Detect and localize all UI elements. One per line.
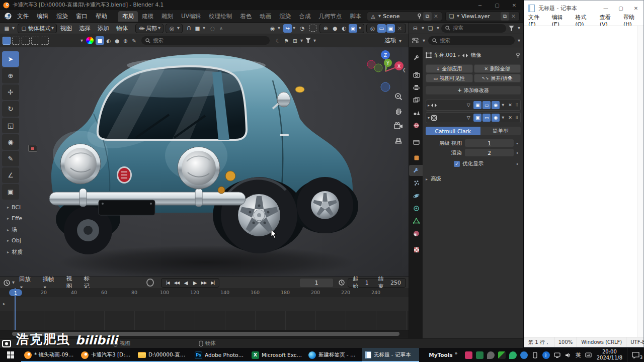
outliner-search-input[interactable]: 搜索 [441,24,506,33]
preview-brush-icon[interactable]: ✎ [130,36,138,45]
collapse-icon[interactable]: ▾ [428,116,430,120]
network-icon[interactable] [553,351,561,359]
viewport-canvas[interactable]: ➤ ⊕ ✢ ↻ ◱ ◉ ✎ ∠ ▣ ▸BCl ▸Effe ▸场 ▸Obj ▸材质 [0,47,409,277]
modifier-tab-icon[interactable] [409,165,423,176]
breadcrumb-modifier[interactable]: 镜像 [470,52,481,59]
render-tab-icon[interactable] [410,69,423,80]
texture-tab-icon[interactable] [410,244,423,255]
prev-keyframe-button[interactable]: ◀◀ [172,279,181,287]
optimal-display-label[interactable]: 优化显示 [462,160,484,167]
proportional-edit-icon[interactable]: ◌ [208,24,217,33]
color-wheel-icon[interactable] [86,37,94,44]
viewport-toggle-icon[interactable]: ▭ [482,101,491,109]
taskbar-item-edge[interactable]: 新建标签页 - 个人 ... [305,348,362,362]
viewlayer-selector[interactable]: ❏▼ ViewLayer ⧉ ✕ [445,12,520,21]
object-tab-icon[interactable] [410,152,423,163]
viewport-menu-select[interactable]: 选择 [75,25,94,32]
panel-toggle-material[interactable]: ▸材质 [7,248,23,256]
mytools-label[interactable]: MyTools [429,352,452,358]
menu-window[interactable]: 窗口 [72,11,92,21]
workspace-tab-layout[interactable]: 布局 [118,11,138,22]
tool-measure[interactable]: ∠ [2,167,19,183]
tool-add-cube[interactable]: ▣ [2,184,19,200]
gizmos-toggle-icon[interactable]: ▭ [377,24,386,33]
autokey-record-button[interactable] [146,279,154,287]
touch-keyboard-icon[interactable] [585,351,592,359]
strip-filter-icon[interactable] [304,36,312,45]
wechat-icon[interactable] [509,351,517,359]
workspace-tab-scripting[interactable]: 脚本 [346,11,365,22]
tray-app-icon-3[interactable] [498,351,506,359]
tray-app-icon-1[interactable] [465,351,472,359]
panel-toggle-effe[interactable]: ▸Effe [7,215,22,222]
tool-options-dropdown[interactable]: 选项 ▼ [381,37,406,44]
advanced-panel-toggle[interactable]: ▸ 高级 [426,175,521,183]
levels-viewport-field[interactable]: 1 [465,139,514,147]
tool-tab-icon[interactable] [410,52,423,63]
next-keyframe-button[interactable]: ▶▶ [199,279,208,287]
notepad-text-area[interactable] [524,26,643,337]
xray-region-icon[interactable] [309,25,316,32]
mirror-modifier-row[interactable]: ▸ ▽ ▣ ▭ ◉ ▼ ✕ ⠿ [426,100,521,111]
frame-range[interactable]: 起始 1 结束 250 [348,278,406,288]
tray-overflow-chevron[interactable]: » [455,350,458,356]
pan-hand-icon[interactable] [393,106,404,116]
select-mode-invert-icon[interactable] [31,37,39,45]
transform-orientation[interactable]: ⟴ 局部▼ [135,24,164,33]
expand-icon[interactable]: ▸ [428,103,430,108]
subsurf-modifier-row[interactable]: ▾ ▽ ▣ ▭ ◉ ▼ ✕ ⠿ [426,112,521,123]
notepad-scrollbar[interactable] [637,26,643,337]
workspace-tab-geonodes[interactable]: 几何节点 [314,11,346,22]
animate-dot-icon[interactable]: • [514,150,521,156]
menu-edit[interactable]: 编辑 [33,11,52,21]
scene-selector[interactable]: ◬▼ Scene ⧉ ✕ [367,12,442,21]
blender-maximize-button[interactable]: ▢ [489,0,506,10]
phone-icon[interactable] [531,351,539,359]
scene-close-icon[interactable]: ✕ [432,12,440,21]
preview-world-icon[interactable]: ⊕ [121,36,130,45]
delete-all-button[interactable]: ✕删除全部 [474,64,521,73]
timeline-channel-expand-icon[interactable]: ▸ [3,301,6,306]
collection-tab-icon[interactable] [410,136,423,147]
pin-icon[interactable] [515,52,521,58]
snap-target[interactable]: ◎▼ [166,24,183,33]
edit-mode-toggle-icon[interactable]: ▽ [464,101,472,109]
subdiv-catmull-clark-option[interactable]: Catmull-Clark [426,127,480,135]
render-toggle-icon[interactable]: ◉ [492,101,500,109]
current-frame-indicator[interactable]: 1 [9,289,22,296]
data-tab-icon[interactable] [410,215,423,226]
tool-cursor[interactable]: ⊕ [2,68,19,83]
workspace-tab-modeling[interactable]: 建模 [138,11,157,22]
add-modifier-button[interactable]: +添加修改器 [426,86,521,95]
shading-solid-icon[interactable]: ● [331,24,339,33]
world-tab-icon[interactable] [410,120,423,131]
gizmo-sphere-icon[interactable]: ◔ [298,24,306,33]
tool-search-input[interactable]: 搜索 [141,36,270,45]
tool-scale[interactable]: ◱ [2,118,19,133]
taskbar-clock[interactable]: 20:00 2024/11/8 [597,349,622,361]
physics-tab-icon[interactable] [410,190,423,201]
orthographic-grid-icon[interactable] [393,136,404,146]
scene-tab-icon[interactable] [410,107,423,118]
tool-transform[interactable]: ◉ [2,134,19,150]
shading-rendered-icon[interactable]: ◉ [349,24,357,33]
tray-chat-icon[interactable] [487,351,495,359]
viewport-visibility-button[interactable]: ▭视图可见性 [426,74,473,82]
bookmark-icon[interactable]: ⚑ [282,36,291,45]
pin-icon[interactable] [417,13,422,19]
animate-dot-icon[interactable]: • [514,140,521,146]
sidebar-collapse-icon[interactable]: ❮ [402,67,406,72]
expand-collapse-button[interactable]: ↖↘展开/折叠 [474,74,521,82]
overlays-icon[interactable]: ◎ [368,24,377,33]
outliner-editor-icon[interactable]: ⊟ [411,24,420,33]
workspace-tab-rendering[interactable]: 渲染 [275,11,295,22]
taskbar-item-excel[interactable]: X Microsoft Excel - ... [249,348,305,362]
play-reverse-button[interactable]: ◀ [181,279,190,287]
moon-icon[interactable]: ☾ [274,36,282,45]
tool-rotate[interactable]: ↻ [2,101,19,117]
panel-toggle-field[interactable]: ▸场 [7,226,17,234]
zoom-icon[interactable] [393,92,404,102]
editor-type-icon[interactable]: ▦ [3,24,11,33]
preview-flat-icon[interactable]: ■ [96,36,104,45]
properties-editor-icon[interactable] [411,36,420,45]
